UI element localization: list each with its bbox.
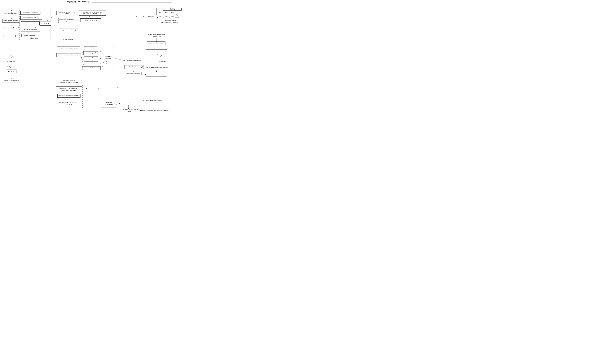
box-futureget: Future#get() bbox=[6, 69, 17, 73]
box-scheduleractionsheduled: HystrixContextSchedulerAction- >Schedule… bbox=[146, 33, 167, 38]
box-applysemantics: applyHystrixSemantics bbox=[21, 21, 40, 25]
svg-line-30 bbox=[141, 74, 146, 75]
svg-line-38 bbox=[176, 14, 179, 17]
box-commandstatecreated: commandState OBSERVABLE_CHAIN_CREATED->U… bbox=[56, 86, 82, 91]
diamond-circuitbreaker: circuitBreaker开启? bbox=[61, 35, 76, 44]
box-commandstate: commandState变化 NOT_STARTED->OBSERVABLE_C… bbox=[79, 10, 106, 16]
box-threadpoolworkerschedule: ThreadPoolWorker#schedule() bbox=[147, 41, 165, 45]
box-hystrixcontextscheduler: HystrixContextScheduler bbox=[125, 72, 141, 75]
box-executionhook: ExecutionHookApplication bbox=[105, 86, 123, 90]
diamond-fromqueue: 从列量查询 bbox=[156, 57, 169, 65]
box-setrequestcontext: setRequestContext bbox=[84, 61, 98, 65]
box-workerschedule: HystrixContextSchedulerWorker#tschedule(… bbox=[146, 65, 167, 70]
box-newfunc0: new Func0<Observable<R>>(){#call()} bbox=[56, 11, 78, 15]
box-createworker: HystrixContextScheduler#createWorker() bbox=[146, 72, 167, 77]
box-markemits: markEmits bbox=[84, 46, 97, 50]
box-fireoncompletd: fireOnCompletedHook bbox=[21, 34, 39, 37]
box-hystrixinvocationhandler: HystrixInvocationHandler.HystrixCommand#… bbox=[143, 109, 166, 112]
label-yes: 是 bbox=[7, 66, 8, 68]
box-executewithisolation: executeCommandWithSpecifiedIsolation(_cm… bbox=[56, 53, 81, 57]
box-newfunc0bottom: new Func0<Observable<R>>(){#call()} bbox=[120, 109, 141, 112]
box-hystrixcommand: 构造HystrixCommand bbox=[3, 11, 19, 15]
box-threadpoolscheduler: threadPool#getScheduler() bbox=[125, 59, 143, 62]
box-obs-execution: Observable: execution bbox=[101, 54, 115, 61]
box-queue: HystrixCommand#queue() bbox=[3, 26, 20, 30]
title: 初始化线程池：initThreadPool() bbox=[63, 0, 92, 3]
box-synchronousqueue: SynchronousQueue（不支持排队） bbox=[134, 15, 157, 19]
threadpool-border bbox=[157, 8, 176, 19]
box-threadpooltouchconfig: HystrixThreadPool#touchConfig() bbox=[124, 65, 143, 69]
box-unsubscribe: unsubscribeCommandCleanup bbox=[20, 16, 42, 20]
box-execute: HystrixCommand#execute() bbox=[2, 19, 20, 22]
diamond-iscomplete: 是否执行完毕 bbox=[5, 58, 18, 66]
box-threadstate: threadState NOT_USING_THREAD->STARTED bbox=[58, 101, 80, 106]
box-executewithisolation2: executeCommandWithSpecifiedIsolation() bbox=[57, 94, 80, 98]
box-obs-userobservable: Observable: userObservable bbox=[101, 100, 116, 108]
diagram-container: 初始化线程池：initThreadPool() 构造HystrixCommand… bbox=[0, 0, 184, 115]
box-defaultconfig: 默认配置: 线程池:10 SynchronousQueue（不支持排队） bbox=[160, 18, 181, 25]
box-markoncompleted: markOnCompleted bbox=[83, 51, 98, 55]
box-observabledefer: Observable.defer(new Func0<Observable<R>… bbox=[57, 80, 82, 83]
box-terminate: terminateCommandCleanup bbox=[20, 11, 40, 15]
box-synchronousmethodhandler: SynchronousMethodHandler#invoke() bbox=[143, 99, 164, 103]
box-defaultstorage: 请求缓存默认从不开启 bbox=[80, 19, 101, 22]
box-newscheduleraetion: new HystrixContextSchedulerAction() bbox=[146, 49, 167, 53]
box-handlefallback: handleFallback bbox=[84, 56, 98, 60]
box-wrapallonnext: wrapWithAllOnNextHooks bbox=[21, 28, 40, 31]
box-commandresult: HystrixCommand的执行结果 bbox=[2, 79, 20, 82]
svg-line-27 bbox=[115, 58, 125, 61]
box-future: Future bbox=[7, 48, 16, 52]
label-generate-observable: 生成Observable bbox=[28, 37, 38, 39]
box-hystrixobservable: hystrixObservable 包含5个方法 bbox=[58, 18, 75, 23]
box-applysemcall: applyHystrixSemantics#call() bbox=[59, 28, 78, 32]
box-getexecutionobservable: getExecutionObservable() bbox=[120, 101, 138, 105]
box-executeandobs: executeCommandAndObserve(_cmd) bbox=[57, 46, 80, 50]
box-observable: Observable bbox=[40, 21, 51, 26]
box-timeoutoperator: HystrixObservableTimeoutOperator bbox=[82, 66, 100, 70]
box-deprecatedonrun: DeprecatedOnRunHookApplication bbox=[84, 86, 104, 90]
